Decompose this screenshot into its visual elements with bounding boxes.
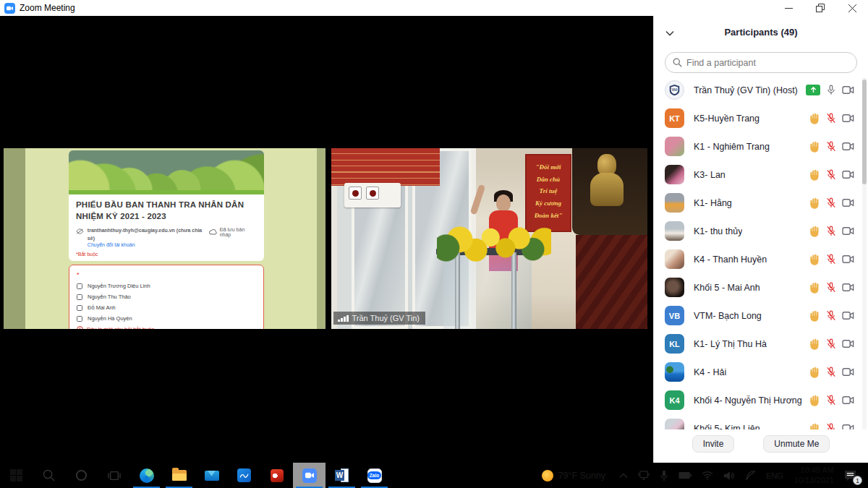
participant-name: K1- Lý Thị Thu Hà [694,339,767,349]
camera-icon[interactable] [842,424,854,429]
tray-mic-icon[interactable] [655,463,673,488]
task-view-icon[interactable] [98,463,130,488]
checkbox-option[interactable]: Nguyễn Thu Thảo [77,294,256,300]
participant-row[interactable]: K4 - Thanh Huyền [654,245,868,273]
unmute-me-button[interactable]: Unmute Me [763,435,830,453]
camera-icon[interactable] [842,367,854,377]
taskbar-mail-icon[interactable] [195,463,228,488]
participant-row[interactable]: K1 - Nghiêm Trang [654,132,868,160]
participants-panel: Participants (49) Find a participant VH … [653,16,868,463]
mic-muted-icon[interactable] [826,310,836,321]
tray-wifi-icon[interactable] [697,463,718,488]
tray-battery-icon[interactable] [673,463,697,488]
close-button[interactable] [836,0,868,16]
participant-avatar [665,221,684,241]
taskbar-edge-icon[interactable] [130,463,163,488]
participant-row[interactable]: K4 - Hải [654,358,868,386]
form-question-card: * Nguyễn Trương Diệu Linh Nguyễn Thu Thả… [69,265,264,329]
mic-icon[interactable] [826,85,836,95]
participant-name: Khối 5- Kim Liên [694,424,760,430]
checkbox-option[interactable]: Nguyễn Trương Diệu Linh [77,283,256,289]
raised-hand-icon [809,395,820,406]
mic-muted-icon[interactable] [826,395,836,406]
checkbox[interactable] [77,305,82,311]
taskbar-weather[interactable]: 79°F Sunny [533,470,614,481]
mic-muted-icon[interactable] [826,197,836,208]
camera-icon[interactable] [842,395,854,405]
eye-off-icon [76,228,84,234]
checkbox[interactable] [77,316,82,322]
camera-icon[interactable] [842,311,854,320]
taskbar-zalo-icon[interactable]: Zalo [358,463,391,488]
checkbox-option[interactable]: Nguyễn Hà Quyên [77,315,256,322]
collapse-chevron-icon[interactable] [665,26,674,39]
taskbar-clock[interactable]: 10:45 AM 10/13/2021 [788,466,840,486]
camera-icon[interactable] [842,254,854,264]
tray-speaker-icon[interactable] [718,463,740,488]
raised-hand-icon [809,254,820,265]
participant-avatar: K4 [665,390,684,410]
camera-icon[interactable] [842,85,854,95]
mic-muted-icon[interactable] [826,254,836,265]
weather-label: 79°F Sunny [558,471,605,481]
participant-name: K4 - Hải [694,367,726,377]
tray-cast-icon[interactable] [633,463,655,488]
language-indicator[interactable]: ENG [761,463,788,488]
error-icon: ! [77,326,83,329]
mic-muted-icon[interactable] [826,338,836,349]
participant-avatar: VH [665,80,684,100]
action-center-icon[interactable]: 1 [840,463,865,488]
mic-muted-icon[interactable] [826,113,836,124]
cortana-icon[interactable] [65,463,98,488]
yellow-flower-arrangement [437,225,551,267]
participant-row[interactable]: K1- thu thủy [654,217,868,245]
sun-icon [542,470,553,481]
checkbox[interactable] [77,294,82,300]
mic-muted-icon[interactable] [826,141,836,152]
camera-icon[interactable] [842,339,854,348]
participant-row[interactable]: KL K1- Lý Thị Thu Hà [654,330,868,358]
clock-time: 10:45 AM [794,466,834,476]
taskbar-whiteboard-icon[interactable] [228,463,260,488]
participant-row[interactable]: Khối 5 - Mai Anh [654,273,868,301]
participant-row[interactable]: K3- Lan [654,160,868,189]
camera-icon[interactable] [842,226,854,236]
tray-chevron-icon[interactable] [614,463,633,488]
participants-scrollbar[interactable] [862,77,867,429]
camera-icon[interactable] [842,114,854,123]
camera-icon[interactable] [842,283,854,292]
participant-avatar [665,419,684,429]
checkbox-option[interactable]: Đỗ Mai Anh [77,304,256,311]
camera-icon[interactable] [842,142,854,151]
form-title-card: PHIẾU BẦU BAN THANH TRA NHÂN DÂN NHIỆM K… [69,190,264,261]
invite-button[interactable]: Invite [692,435,735,453]
tray-pen-icon[interactable] [740,463,761,488]
taskbar-zoom-icon[interactable] [293,463,326,488]
participant-avatar [665,137,684,156]
start-button[interactable] [0,463,33,488]
participant-row[interactable]: VH Trần Thuỷ (GV Tin) (Host) [654,76,868,104]
taskbar-search-icon[interactable] [33,463,65,488]
mic-muted-icon[interactable] [826,423,836,429]
checkbox[interactable] [77,283,82,289]
participant-row[interactable]: KT K5-Huyền Trang [654,104,868,132]
participant-row[interactable]: Khối 5- Kim Liên [654,414,868,429]
switch-account-link[interactable]: Chuyển đổi tài khoản [88,242,209,247]
participant-row[interactable]: K4 Khối 4- Nguyễn Thị Hương [654,386,868,414]
taskbar-office-icon[interactable] [260,463,293,488]
participant-list: VH Trần Thuỷ (GV Tin) (Host) KT K5-Huyền… [654,76,868,429]
taskbar-word-icon[interactable]: W [326,463,358,488]
mic-muted-icon[interactable] [826,226,836,236]
taskbar-file-explorer-icon[interactable] [163,463,195,488]
mic-muted-icon[interactable] [826,169,836,180]
participant-row[interactable]: K1- Hằng [654,189,868,217]
participant-row[interactable]: VB VTM- Bạch Long [654,301,868,330]
mic-muted-icon[interactable] [826,282,836,293]
restore-button[interactable] [804,0,836,16]
find-participant-input[interactable]: Find a participant [665,52,857,73]
camera-icon[interactable] [842,198,854,207]
mic-muted-icon[interactable] [826,367,836,377]
red-wall-sign [331,148,440,186]
camera-icon[interactable] [842,170,854,179]
minimize-button[interactable] [773,0,804,16]
